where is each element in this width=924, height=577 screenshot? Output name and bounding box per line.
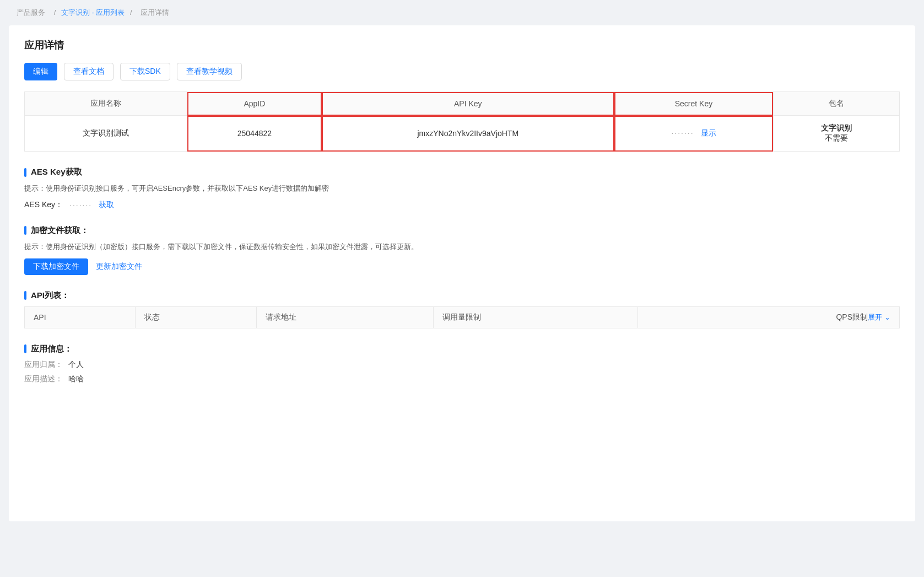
encrypt-file-buttons: 下载加密文件 更新加密文件 (24, 258, 900, 275)
app-info-section: 应用信息： 应用归属： 个人 应用描述： 哈哈 (24, 344, 900, 384)
owner-label: 应用归属： (24, 360, 68, 370)
col-pkg-name: 包名 (773, 92, 899, 116)
cell-app-id: 25044822 (187, 116, 322, 152)
encrypt-file-title: 加密文件获取： (24, 225, 900, 236)
col-api-key: API Key (322, 92, 614, 116)
desc-label: 应用描述： (24, 374, 68, 384)
aes-key-title: AES Key获取 (24, 167, 900, 177)
breadcrumb-sep1: / (54, 8, 56, 17)
pkg-sub: 不需要 (785, 133, 888, 143)
col-app-id: AppID (187, 92, 322, 116)
docs-button[interactable]: 查看文档 (64, 63, 114, 80)
api-col-limit: 调用量限制 (433, 306, 638, 328)
api-col-url: 请求地址 (256, 306, 433, 328)
cell-secret-key: ······· 显示 (614, 116, 774, 152)
video-button[interactable]: 查看教学视频 (177, 63, 242, 80)
api-col-status: 状态 (135, 306, 256, 328)
update-encrypt-button[interactable]: 更新加密文件 (96, 262, 142, 272)
col-secret-key: Secret Key (614, 92, 774, 116)
app-info-table: 应用名称 AppID API Key Secret Key 包名 文字识别测试 … (24, 91, 900, 152)
toolbar: 编辑 查看文档 下载SDK 查看教学视频 (24, 63, 900, 80)
app-info-title: 应用信息： (24, 344, 900, 354)
aes-key-label: AES Key： (24, 200, 63, 210)
page-title: 应用详情 (24, 39, 900, 52)
aes-key-section: AES Key获取 提示：使用身份证识别接口服务，可开启AESEncry参数，并… (24, 167, 900, 210)
aes-key-hint: 提示：使用身份证识别接口服务，可开启AESEncry参数，并获取以下AES Ke… (24, 183, 900, 195)
desc-value: 哈哈 (68, 374, 900, 384)
breadcrumb-link1[interactable]: 文字识别 - 应用列表 (61, 8, 125, 17)
api-expand-button[interactable]: 展开 ⌄ (868, 312, 890, 322)
api-col-api: API (25, 306, 136, 328)
breadcrumb: 产品服务 / 文字识别 - 应用列表 / 应用详情 (0, 0, 924, 25)
col-app-name: 应用名称 (25, 92, 187, 116)
aes-key-row: AES Key： ······· 获取 (24, 200, 900, 210)
chevron-down-icon: ⌄ (884, 313, 890, 321)
aes-key-masked: ······· (69, 201, 92, 209)
cell-api-key: jmxzYNo2nYkv2IIv9aVjoHTM (322, 116, 614, 152)
api-table: API 状态 请求地址 调用量限制 QPS限制 展开 ⌄ (24, 306, 900, 328)
cell-app-name: 文字识别测试 (25, 116, 187, 152)
breadcrumb-current: 应用详情 (141, 8, 169, 17)
api-list-title: API列表： (24, 290, 900, 301)
main-card: 应用详情 编辑 查看文档 下载SDK 查看教学视频 应用名称 AppID API… (9, 25, 915, 521)
aes-get-link[interactable]: 获取 (99, 200, 114, 210)
sdk-button[interactable]: 下载SDK (120, 63, 170, 80)
pkg-bold: 文字识别 (785, 123, 888, 133)
breadcrumb-root: 产品服务 (17, 8, 45, 17)
cell-pkg-name: 文字识别 不需要 (773, 116, 899, 152)
breadcrumb-sep2: / (130, 8, 132, 17)
show-secret-key-button[interactable]: 显示 (701, 128, 716, 137)
download-encrypt-button[interactable]: 下载加密文件 (24, 258, 88, 275)
encrypt-file-hint: 提示：使用身份证识别（加密版）接口服务，需下载以下加密文件，保证数据传输安全性，… (24, 241, 900, 253)
app-info-grid: 应用归属： 个人 应用描述： 哈哈 (24, 360, 900, 384)
api-col-qps: QPS限制 展开 ⌄ (638, 306, 900, 328)
secret-key-masked: ······· (671, 128, 694, 137)
edit-button[interactable]: 编辑 (24, 63, 57, 80)
api-list-section: API列表： API 状态 请求地址 调用量限制 QPS限制 展开 ⌄ (24, 290, 900, 328)
encrypt-file-section: 加密文件获取： 提示：使用身份证识别（加密版）接口服务，需下载以下加密文件，保证… (24, 225, 900, 275)
owner-value: 个人 (68, 360, 900, 370)
